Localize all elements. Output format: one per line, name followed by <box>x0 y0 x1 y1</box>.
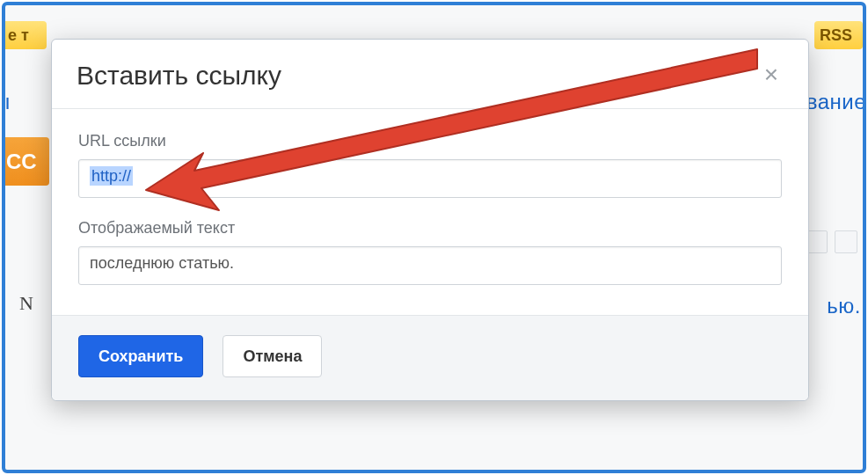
url-input-value: http:// <box>90 166 133 186</box>
cancel-button[interactable]: Отмена <box>222 335 322 377</box>
display-text-label: Отображаемый текст <box>78 219 782 238</box>
dialog-body: URL ссылки http:// Отображаемый текст по… <box>52 109 808 315</box>
url-label: URL ссылки <box>78 132 782 150</box>
close-icon[interactable]: × <box>759 61 784 89</box>
display-text-input[interactable]: последнюю статью. <box>78 246 782 285</box>
bg-orange-box: СС <box>2 137 49 186</box>
bg-link-left: ы <box>2 90 11 114</box>
bg-pill-left: е т <box>2 21 47 49</box>
dialog-header: Вставить ссылку × <box>52 40 808 109</box>
dialog-title: Вставить ссылку <box>77 61 281 91</box>
url-input[interactable]: http:// <box>78 159 782 198</box>
bg-pill-rss: RSS <box>814 21 863 49</box>
insert-link-dialog: Вставить ссылку × URL ссылки http:// Ото… <box>51 39 809 401</box>
bg-bottom-right-text: ью. <box>827 294 861 318</box>
bg-toolbar-btn <box>835 230 857 253</box>
display-text-value: последнюю статью. <box>90 254 234 272</box>
save-button[interactable]: Сохранить <box>78 335 203 377</box>
dialog-footer: Сохранить Отмена <box>52 315 808 400</box>
app-frame: е т RSS ы ование СС N ью. Вставить ссылк… <box>2 2 866 473</box>
bg-serif-letter: N <box>19 292 33 315</box>
